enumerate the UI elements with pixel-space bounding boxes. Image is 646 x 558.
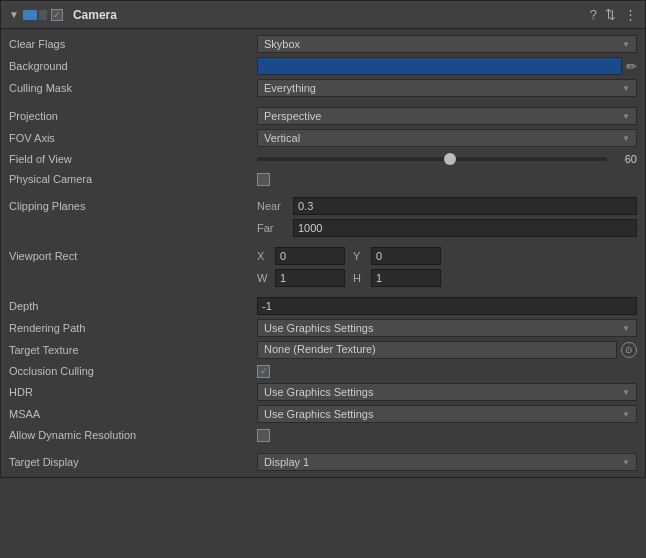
help-icon[interactable]: ? bbox=[590, 7, 597, 22]
allow-dynamic-value bbox=[257, 429, 637, 442]
clear-flags-label: Clear Flags bbox=[9, 38, 257, 50]
background-color-swatch[interactable] bbox=[257, 57, 622, 75]
near-input[interactable] bbox=[293, 197, 637, 215]
fov-axis-value: Vertical ▼ bbox=[257, 129, 637, 147]
component-content: Clear Flags Skybox ▼ Background ✏ Cullin… bbox=[1, 29, 645, 477]
depth-label: Depth bbox=[9, 300, 257, 312]
collapse-icon[interactable]: ▼ bbox=[9, 9, 19, 20]
panel-header: ▼ Camera ? ⇅ ⋮ bbox=[1, 1, 645, 29]
projection-label: Projection bbox=[9, 110, 257, 122]
far-clipping-row: Far bbox=[257, 219, 637, 237]
target-texture-picker[interactable]: ⊙ bbox=[621, 342, 637, 358]
culling-mask-label: Culling Mask bbox=[9, 82, 257, 94]
hdr-value: Use Graphics Settings ▼ bbox=[257, 383, 637, 401]
dropdown-arrow: ▼ bbox=[622, 324, 630, 333]
target-texture-value: None (Render Texture) ⊙ bbox=[257, 341, 637, 359]
rendering-path-value: Use Graphics Settings ▼ bbox=[257, 319, 637, 337]
msaa-value: Use Graphics Settings ▼ bbox=[257, 405, 637, 423]
rendering-path-label: Rendering Path bbox=[9, 322, 257, 334]
clear-flags-dropdown[interactable]: Skybox ▼ bbox=[257, 35, 637, 53]
depth-input[interactable] bbox=[257, 297, 637, 315]
w-input[interactable] bbox=[275, 269, 345, 287]
fov-axis-label: FOV Axis bbox=[9, 132, 257, 144]
dropdown-arrow: ▼ bbox=[622, 84, 630, 93]
clipping-planes-label: Clipping Planes bbox=[9, 200, 257, 212]
dropdown-arrow: ▼ bbox=[622, 134, 630, 143]
viewport-rect-label: Viewport Rect bbox=[9, 250, 257, 262]
fov-slider-thumb[interactable] bbox=[444, 153, 456, 165]
occlusion-culling-row: Occlusion Culling bbox=[1, 361, 645, 381]
target-display-value: Display 1 ▼ bbox=[257, 453, 637, 471]
field-of-view-value: 60 bbox=[257, 153, 637, 165]
occlusion-culling-label: Occlusion Culling bbox=[9, 365, 257, 377]
target-display-dropdown[interactable]: Display 1 ▼ bbox=[257, 453, 637, 471]
allow-dynamic-row: Allow Dynamic Resolution bbox=[1, 425, 645, 445]
panel-title: Camera bbox=[73, 8, 590, 22]
physical-camera-checkbox[interactable] bbox=[257, 173, 270, 186]
target-display-row: Target Display Display 1 ▼ bbox=[1, 451, 645, 473]
physical-camera-value bbox=[257, 173, 637, 186]
y-input[interactable] bbox=[371, 247, 441, 265]
header-icons: ▼ bbox=[9, 9, 67, 21]
y-label: Y bbox=[353, 250, 367, 262]
dropdown-arrow: ▼ bbox=[622, 388, 630, 397]
viewport-xy-row: X Y bbox=[257, 247, 637, 265]
hdr-label: HDR bbox=[9, 386, 257, 398]
fov-slider-fill bbox=[257, 157, 450, 161]
projection-dropdown[interactable]: Perspective ▼ bbox=[257, 107, 637, 125]
dropdown-arrow: ▼ bbox=[622, 458, 630, 467]
fov-axis-dropdown[interactable]: Vertical ▼ bbox=[257, 129, 637, 147]
hdr-dropdown[interactable]: Use Graphics Settings ▼ bbox=[257, 383, 637, 401]
msaa-row: MSAA Use Graphics Settings ▼ bbox=[1, 403, 645, 425]
far-input[interactable] bbox=[293, 219, 637, 237]
target-texture-label: Target Texture bbox=[9, 344, 257, 356]
fov-slider-container: 60 bbox=[257, 153, 637, 165]
msaa-label: MSAA bbox=[9, 408, 257, 420]
settings-icon[interactable]: ⇅ bbox=[605, 7, 616, 22]
clipping-planes-near: Near bbox=[257, 197, 637, 215]
occlusion-culling-value bbox=[257, 365, 637, 378]
rendering-path-row: Rendering Path Use Graphics Settings ▼ bbox=[1, 317, 645, 339]
target-texture-container: None (Render Texture) ⊙ bbox=[257, 341, 637, 359]
fov-slider-track[interactable] bbox=[257, 157, 607, 161]
msaa-dropdown[interactable]: Use Graphics Settings ▼ bbox=[257, 405, 637, 423]
viewport-xy-value: X Y bbox=[257, 247, 637, 265]
near-label: Near bbox=[257, 200, 287, 212]
physical-camera-label: Physical Camera bbox=[9, 173, 257, 185]
field-of-view-row: Field of View 60 bbox=[1, 149, 645, 169]
culling-mask-row: Culling Mask Everything ▼ bbox=[1, 77, 645, 99]
projection-value: Perspective ▼ bbox=[257, 107, 637, 125]
far-label: Far bbox=[257, 222, 287, 234]
target-texture-field[interactable]: None (Render Texture) bbox=[257, 341, 617, 359]
field-of-view-label: Field of View bbox=[9, 153, 257, 165]
menu-icon[interactable]: ⋮ bbox=[624, 7, 637, 22]
dropdown-arrow: ▼ bbox=[622, 40, 630, 49]
clipping-planes-far-row: Far bbox=[1, 217, 645, 239]
occlusion-culling-checkbox[interactable] bbox=[257, 365, 270, 378]
rendering-path-dropdown[interactable]: Use Graphics Settings ▼ bbox=[257, 319, 637, 337]
near-clipping-row: Near bbox=[257, 197, 637, 215]
viewport-wh-value: W H bbox=[257, 269, 637, 287]
w-label: W bbox=[257, 272, 271, 284]
h-input[interactable] bbox=[371, 269, 441, 287]
target-texture-row: Target Texture None (Render Texture) ⊙ bbox=[1, 339, 645, 361]
depth-value bbox=[257, 297, 637, 315]
viewport-rect-xy-row: Viewport Rect X Y bbox=[1, 245, 645, 267]
x-input[interactable] bbox=[275, 247, 345, 265]
allow-dynamic-checkbox[interactable] bbox=[257, 429, 270, 442]
viewport-rect-wh-row: W H bbox=[1, 267, 645, 289]
background-value: ✏ bbox=[257, 57, 637, 75]
clear-flags-value: Skybox ▼ bbox=[257, 35, 637, 53]
culling-mask-value: Everything ▼ bbox=[257, 79, 637, 97]
viewport-wh-row: W H bbox=[257, 269, 637, 287]
camera-panel: ▼ Camera ? ⇅ ⋮ Clear Flags Skybox ▼ bbox=[0, 0, 646, 478]
color-bar-row: ✏ bbox=[257, 57, 637, 75]
fov-axis-row: FOV Axis Vertical ▼ bbox=[1, 127, 645, 149]
physical-camera-row: Physical Camera bbox=[1, 169, 645, 189]
background-label: Background bbox=[9, 60, 257, 72]
culling-mask-dropdown[interactable]: Everything ▼ bbox=[257, 79, 637, 97]
eyedropper-icon[interactable]: ✏ bbox=[626, 59, 637, 74]
component-enabled-checkbox[interactable] bbox=[51, 9, 63, 21]
h-label: H bbox=[353, 272, 367, 284]
dropdown-arrow: ▼ bbox=[622, 410, 630, 419]
